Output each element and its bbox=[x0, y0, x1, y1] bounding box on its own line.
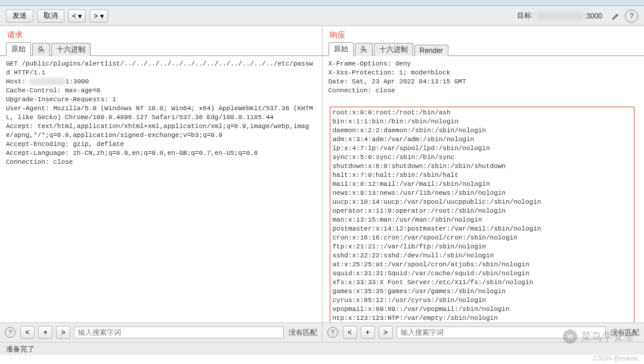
main-toolbar: 发送 取消 < ▾ > ▾ 目标: :3000 ? bbox=[0, 6, 644, 26]
tab-response-headers[interactable]: 头 bbox=[355, 43, 373, 56]
tab-response-hex[interactable]: 十六进制 bbox=[374, 43, 413, 56]
window-frame-strip bbox=[0, 0, 644, 6]
status-bar: 准备完了 bbox=[0, 342, 644, 355]
target-label: 目标: bbox=[517, 11, 533, 21]
request-headers-rest: Cache-Control: max-age=0 Upgrade-Insecur… bbox=[6, 87, 313, 166]
response-search-bar: ? < + > 没有匹配 bbox=[323, 323, 645, 342]
status-text: 准备完了 bbox=[6, 345, 35, 353]
response-raw-content[interactable]: X-Frame-Options: deny X-Xss-Protection: … bbox=[323, 56, 645, 323]
search-prev-button[interactable]: < bbox=[343, 326, 357, 339]
cancel-button[interactable]: 取消 bbox=[37, 10, 64, 23]
request-host-suffix: 1:3000 bbox=[66, 78, 89, 85]
response-title: 响应 bbox=[323, 26, 645, 42]
target-host-blurred bbox=[535, 12, 583, 20]
history-next-button[interactable]: > ▾ bbox=[89, 10, 107, 23]
tab-request-headers[interactable]: 头 bbox=[32, 43, 50, 56]
search-help-icon[interactable]: ? bbox=[5, 327, 16, 338]
search-add-button[interactable]: + bbox=[38, 326, 52, 339]
response-headers-block: X-Frame-Options: deny X-Xss-Protection: … bbox=[329, 60, 466, 94]
edit-target-icon[interactable] bbox=[609, 10, 623, 23]
search-help-icon[interactable]: ? bbox=[327, 327, 338, 338]
response-search-nomatch: 没有匹配 bbox=[611, 328, 639, 338]
search-next-button[interactable]: > bbox=[56, 326, 70, 339]
response-tabs: 原始 头 十六进制 Render bbox=[323, 42, 645, 56]
request-search-nomatch: 没有匹配 bbox=[289, 328, 317, 338]
chevron-left-icon: < bbox=[72, 12, 76, 20]
request-pane: 请求 原始 头 十六进制 GET /public/plugins/alertli… bbox=[0, 26, 323, 342]
request-raw-content[interactable]: GET /public/plugins/alertlist/../../../.… bbox=[0, 56, 322, 323]
tab-request-raw[interactable]: 原始 bbox=[6, 42, 31, 56]
request-host-prefix: Host: bbox=[6, 78, 30, 85]
search-next-button[interactable]: > bbox=[379, 326, 393, 339]
chevron-right-icon: > bbox=[94, 12, 98, 20]
csdn-watermark: CSDN @eakea bbox=[593, 354, 638, 362]
tab-response-render[interactable]: Render bbox=[414, 45, 448, 56]
request-search-bar: ? < + > 没有匹配 bbox=[0, 323, 322, 342]
search-add-button[interactable]: + bbox=[361, 326, 375, 339]
request-tabs: 原始 头 十六进制 bbox=[0, 42, 322, 56]
tab-response-raw[interactable]: 原始 bbox=[329, 42, 354, 56]
history-prev-button[interactable]: < ▾ bbox=[68, 10, 86, 23]
send-button[interactable]: 发送 bbox=[6, 10, 33, 23]
search-prev-button[interactable]: < bbox=[20, 326, 35, 339]
request-search-input[interactable] bbox=[74, 326, 284, 338]
help-icon[interactable]: ? bbox=[625, 10, 638, 23]
tab-request-hex[interactable]: 十六进制 bbox=[51, 43, 91, 56]
response-search-input[interactable] bbox=[397, 326, 606, 338]
response-body-block: root:x:0:0:root:/root:/bin/ash bin:x:1:1… bbox=[333, 109, 557, 323]
response-pane: 响应 原始 头 十六进制 Render X-Frame-Options: den… bbox=[323, 26, 645, 342]
target-port: :3000 bbox=[584, 12, 602, 20]
request-host-blurred bbox=[30, 79, 66, 85]
response-body-highlight: root:x:0:0:root:/root:/bin/ash bin:x:1:1… bbox=[330, 107, 635, 323]
request-line: GET /public/plugins/alertlist/../../../.… bbox=[6, 60, 313, 76]
request-title: 请求 bbox=[0, 26, 322, 42]
